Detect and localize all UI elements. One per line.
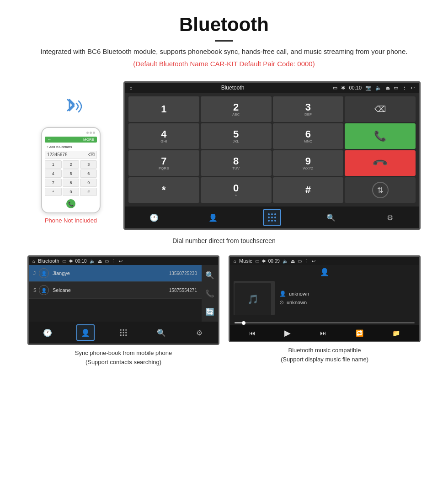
phone-key-3[interactable]: 3 [80, 160, 97, 169]
prev-button[interactable]: ⏮ [249, 329, 256, 337]
transfer-button[interactable]: ⇅ [345, 177, 416, 203]
pb-nav-search[interactable]: 🔍 [152, 324, 171, 341]
car-screen-dial: ⌂ Bluetooth ▭ ✱ 00:10 📷 🔈 ⏏ ▭ ⋮ ↩ 1 [123, 81, 421, 230]
dial-key-star[interactable]: * [128, 177, 199, 203]
dial-key-5[interactable]: 5 JKL [201, 123, 272, 149]
music-user-icon: 👤 [320, 268, 329, 276]
dial-key-0[interactable]: 0 + [201, 177, 272, 203]
svg-point-13 [123, 332, 124, 333]
dial-key-4[interactable]: 4 GHI [128, 123, 199, 149]
phone-key-0[interactable]: 0 [63, 188, 80, 196]
dial-key-8[interactable]: 8 TUV [201, 150, 272, 176]
dial-key-hash[interactable]: # [273, 177, 344, 203]
ms-time: 00:09 [268, 259, 280, 264]
phone-bottom-bar: 📞 [45, 198, 97, 210]
phonebook-screen: ⌂ Bluetooth ▭ ✱ 00:10 🔈 ⏏ ▭ ⋮ ↩ J [27, 255, 219, 345]
transfer-icon: ⇅ [372, 182, 389, 198]
phone-key-2[interactable]: 2 [63, 160, 80, 169]
pb-nav-dialpad[interactable] [114, 324, 133, 341]
dial-key-6[interactable]: 6 MNO [273, 123, 344, 149]
music-screen: ⌂ Music ▭ ✱ 00:09 🔈 ⏏ ▭ ⋮ ↩ 👤 [229, 255, 421, 342]
svg-point-7 [271, 220, 273, 222]
artist1-name: unknown [289, 291, 309, 296]
repeat-button[interactable]: 🔁 [356, 329, 363, 337]
play-button[interactable]: ▶ [284, 328, 291, 338]
svg-point-1 [271, 213, 273, 215]
phone-key-8[interactable]: 8 [63, 179, 80, 187]
pb-home-icon: ⌂ [32, 259, 35, 264]
nav-dialpad-icon[interactable] [263, 209, 281, 226]
svg-point-8 [274, 220, 276, 222]
ms-image-icon: ▭ [255, 259, 259, 264]
pb-bt-icon: ✱ [69, 259, 73, 264]
contact-name-seicane: Seicane [53, 287, 169, 293]
folder-button[interactable]: 📁 [392, 329, 400, 337]
pb-refresh-side-icon[interactable]: 🔄 [205, 307, 214, 316]
description-text: Integrated with BC6 Bluetooth module, su… [27, 46, 421, 57]
dial-key-3[interactable]: 3 DEF [273, 96, 344, 122]
phone-key-7[interactable]: 7 [45, 179, 62, 187]
dial-key-9[interactable]: 9 WXYZ [273, 150, 344, 176]
pb-nav-settings[interactable]: ⚙ [190, 324, 208, 341]
title-divider [215, 40, 233, 42]
nav-search-icon[interactable]: 🔍 [322, 209, 340, 226]
contact-letter-s: S [33, 288, 39, 293]
pb-nav-contacts[interactable]: 👤 [76, 324, 95, 341]
pb-time: 00:10 [75, 259, 87, 264]
page-wrapper: Bluetooth Integrated with BC6 Bluetooth … [0, 0, 448, 391]
phone-key-6[interactable]: 6 [80, 169, 97, 178]
back-icon: ↩ [411, 85, 415, 91]
phone-key-5[interactable]: 5 [63, 169, 80, 178]
contact-avatar-j: 👤 [39, 268, 49, 278]
ms-screen-icon: ▭ [298, 259, 302, 264]
pb-nav-clock[interactable]: 🕐 [38, 324, 57, 341]
phone-call-button[interactable]: 📞 [66, 199, 75, 208]
contact-row-jiangye[interactable]: J 👤 Jiangye 13560725230 [29, 265, 202, 282]
dial-key-2[interactable]: 2 ABC [201, 96, 272, 122]
nav-contacts-icon[interactable]: 👤 [204, 209, 222, 226]
end-call-button[interactable]: 📞 [345, 150, 416, 176]
phone-key-hash[interactable]: # [80, 188, 97, 196]
album-front: 🎵 [235, 283, 271, 315]
home-icon: ⌂ [129, 85, 133, 90]
pb-menu-icon: ⋮ [112, 259, 116, 264]
svg-point-16 [123, 334, 124, 336]
phone-key-4[interactable]: 4 [45, 169, 62, 178]
dial-key-7[interactable]: 7 PQRS [128, 150, 199, 176]
phone-key-star[interactable]: * [45, 188, 62, 196]
music-artist-2: ⊙ unknown [279, 299, 416, 306]
music-main-content: 👤 🎵 👤 [230, 265, 419, 325]
screen-icon2: ▭ [394, 85, 398, 91]
screen-header: ⌂ Bluetooth ▭ ✱ 00:10 📷 🔈 ⏏ ▭ ⋮ ↩ [125, 83, 419, 93]
contact-row-seicane[interactable]: S 👤 Seicane 15875554271 [29, 282, 202, 299]
svg-point-9 [120, 329, 122, 331]
ms-menu-icon: ⋮ [304, 259, 309, 264]
call-button[interactable]: 📞 [345, 123, 416, 149]
next-button[interactable]: ⏭ [320, 329, 326, 337]
phone-keypad: 1 2 3 4 5 6 7 8 9 * 0 # [45, 160, 97, 196]
pb-call-side-icon[interactable]: 📞 [205, 289, 214, 298]
phone-add-contacts: + Add to Contacts [45, 144, 97, 149]
contact-number-seicane: 15875554271 [169, 288, 197, 293]
backspace-key[interactable]: ⌫ [345, 96, 416, 122]
nav-settings-icon[interactable]: ⚙ [381, 209, 399, 226]
screen-title: Bluetooth [136, 85, 330, 91]
nav-clock-icon[interactable]: 🕐 [145, 209, 163, 226]
pb-search-side-icon[interactable]: 🔍 [205, 271, 214, 280]
music-album-area: 🎵 [234, 281, 275, 318]
dial-key-1[interactable]: 1 [128, 96, 199, 122]
phonebook-content: J 👤 Jiangye 13560725230 S 👤 Seicane 1587… [29, 265, 218, 322]
ms-home-icon: ⌂ [234, 259, 236, 264]
dial-caption: Dial number direct from touchscreen [27, 237, 421, 244]
eject-icon: ⏏ [385, 85, 390, 91]
dial-pad-grid: 1 2 ABC 3 DEF ⌫ 4 GHI [125, 93, 419, 206]
artist2-icon: ⊙ [279, 299, 284, 306]
contact-letter-j: J [33, 271, 39, 276]
phone-key-9[interactable]: 9 [80, 179, 97, 187]
svg-point-2 [274, 213, 276, 215]
phone-illustration: ←MORE + Add to Contacts 12345678 ⌫ 1 2 3… [27, 81, 114, 224]
time-display: 00:10 [349, 85, 362, 90]
phone-key-1[interactable]: 1 [45, 160, 62, 169]
svg-point-14 [125, 332, 127, 333]
bluetooth-icon: ✱ [341, 85, 345, 91]
